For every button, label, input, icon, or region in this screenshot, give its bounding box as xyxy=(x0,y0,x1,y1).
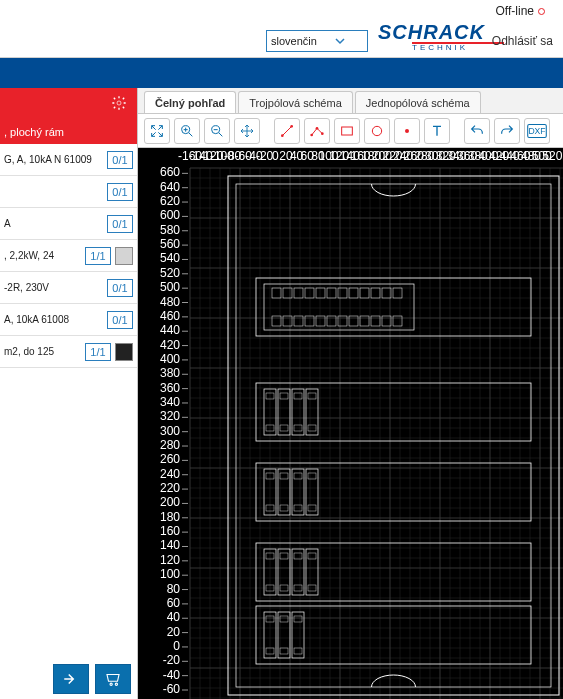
svg-text:360: 360 xyxy=(160,381,180,395)
gear-icon[interactable] xyxy=(111,95,127,114)
svg-text:-40: -40 xyxy=(163,668,181,682)
svg-text:-60: -60 xyxy=(163,682,181,696)
logout-link[interactable]: Odhlásiť sa xyxy=(492,34,553,48)
dxf-icon[interactable]: DXF xyxy=(524,118,550,144)
item-qty[interactable]: 1/1 xyxy=(85,247,111,265)
item-qty[interactable]: 0/1 xyxy=(107,215,133,233)
sidebar-header xyxy=(0,88,137,120)
item-label: A, 10kA 61008 xyxy=(4,314,103,325)
svg-point-10 xyxy=(405,129,409,133)
item-label: m2, do 125 xyxy=(4,346,81,357)
svg-text:320: 320 xyxy=(160,409,180,423)
item-qty[interactable]: 0/1 xyxy=(107,151,133,169)
svg-text:120: 120 xyxy=(160,553,180,567)
item-thumb-icon xyxy=(115,247,133,265)
svg-text:480: 480 xyxy=(160,295,180,309)
sidebar-subtitle: , plochý rám xyxy=(0,120,137,144)
svg-text:160: 160 xyxy=(160,524,180,538)
tab-trojpólová-schéma[interactable]: Trojpólová schéma xyxy=(238,91,353,113)
parts-list: G, A, 10kA N 610090/10/1A0/1, 2,2kW, 241… xyxy=(0,144,137,659)
main-panel: Čelný pohľadTrojpólová schémaJednopólová… xyxy=(138,88,563,699)
item-qty[interactable]: 0/1 xyxy=(107,279,133,297)
export-button[interactable] xyxy=(53,664,89,694)
svg-text:20: 20 xyxy=(167,625,181,639)
dot-icon[interactable] xyxy=(394,118,420,144)
sidebar-footer xyxy=(0,659,137,699)
zoom-in-icon[interactable] xyxy=(174,118,200,144)
tab-čelný-pohľad[interactable]: Čelný pohľad xyxy=(144,91,236,113)
svg-text:560: 560 xyxy=(160,237,180,251)
svg-text:180: 180 xyxy=(160,510,180,524)
svg-rect-8 xyxy=(342,127,353,135)
brand-logo: SCHRACK TECHNIK xyxy=(378,22,506,52)
polyline-icon[interactable] xyxy=(304,118,330,144)
nav-bar xyxy=(0,58,563,88)
rect-icon[interactable] xyxy=(334,118,360,144)
svg-point-0 xyxy=(117,101,121,105)
svg-text:500: 500 xyxy=(160,280,180,294)
item-thumb-icon xyxy=(115,343,133,361)
drawing-canvas[interactable]: -160-140-120-100-80-60-40-20020406080100… xyxy=(138,148,563,699)
svg-text:580: 580 xyxy=(160,223,180,237)
svg-text:280: 280 xyxy=(160,438,180,452)
svg-text:100: 100 xyxy=(160,567,180,581)
svg-text:520: 520 xyxy=(160,266,180,280)
svg-text:380: 380 xyxy=(160,366,180,380)
app-header: Off-line slovenčina (Slovak) SCHRACK TEC… xyxy=(0,0,563,58)
item-qty[interactable]: 1/1 xyxy=(85,343,111,361)
item-label: , 2,2kW, 24 xyxy=(4,250,81,261)
offline-label: Off-line xyxy=(496,4,534,18)
svg-text:420: 420 xyxy=(160,338,180,352)
language-selector[interactable]: slovenčina (Slovak) xyxy=(266,30,368,52)
svg-text:0: 0 xyxy=(272,149,279,163)
svg-text:60: 60 xyxy=(167,596,181,610)
chevron-down-icon xyxy=(317,34,363,48)
item-label: G, A, 10kA N 61009 xyxy=(4,154,103,165)
svg-text:660: 660 xyxy=(160,165,180,179)
sidebar: , plochý rám G, A, 10kA N 610090/10/1A0/… xyxy=(0,88,138,699)
list-item[interactable]: m2, do 1251/1 xyxy=(0,336,137,368)
svg-text:600: 600 xyxy=(160,208,180,222)
text-icon[interactable] xyxy=(424,118,450,144)
list-item[interactable]: A0/1 xyxy=(0,208,137,240)
svg-text:140: 140 xyxy=(160,538,180,552)
item-qty[interactable]: 0/1 xyxy=(107,311,133,329)
svg-text:-20: -20 xyxy=(163,653,181,667)
svg-text:40: 40 xyxy=(167,610,181,624)
list-item[interactable]: -2R, 230V0/1 xyxy=(0,272,137,304)
item-qty[interactable]: 0/1 xyxy=(107,183,133,201)
pan-icon[interactable] xyxy=(144,118,170,144)
view-tabs: Čelný pohľadTrojpólová schémaJednopólová… xyxy=(138,88,563,114)
offline-indicator: Off-line xyxy=(496,4,545,18)
list-item[interactable]: G, A, 10kA N 610090/1 xyxy=(0,144,137,176)
item-label: -2R, 230V xyxy=(4,282,103,293)
svg-text:0: 0 xyxy=(173,639,180,653)
undo-icon[interactable] xyxy=(464,118,490,144)
svg-text:640: 640 xyxy=(160,180,180,194)
zoom-out-icon[interactable] xyxy=(204,118,230,144)
brand-main: SCHRACK xyxy=(378,22,506,42)
svg-text:200: 200 xyxy=(160,495,180,509)
circle-icon[interactable] xyxy=(364,118,390,144)
svg-text:DXF: DXF xyxy=(528,125,545,135)
tab-jednopólová-schéma[interactable]: Jednopólová schéma xyxy=(355,91,481,113)
redo-icon[interactable] xyxy=(494,118,520,144)
list-item[interactable]: A, 10kA 610080/1 xyxy=(0,304,137,336)
list-item[interactable]: , 2,2kW, 241/1 xyxy=(0,240,137,272)
toolbar: DXF xyxy=(138,114,563,148)
svg-rect-13 xyxy=(138,148,563,699)
svg-text:520: 520 xyxy=(542,149,562,163)
language-value: slovenčina (Slovak) xyxy=(271,35,317,47)
svg-text:260: 260 xyxy=(160,452,180,466)
svg-text:440: 440 xyxy=(160,323,180,337)
svg-text:620: 620 xyxy=(160,194,180,208)
svg-text:460: 460 xyxy=(160,309,180,323)
svg-text:540: 540 xyxy=(160,251,180,265)
svg-text:220: 220 xyxy=(160,481,180,495)
cart-button[interactable] xyxy=(95,664,131,694)
list-item[interactable]: 0/1 xyxy=(0,176,137,208)
move-icon[interactable] xyxy=(234,118,260,144)
line-icon[interactable] xyxy=(274,118,300,144)
svg-point-9 xyxy=(372,126,381,135)
offline-dot-icon xyxy=(538,8,545,15)
